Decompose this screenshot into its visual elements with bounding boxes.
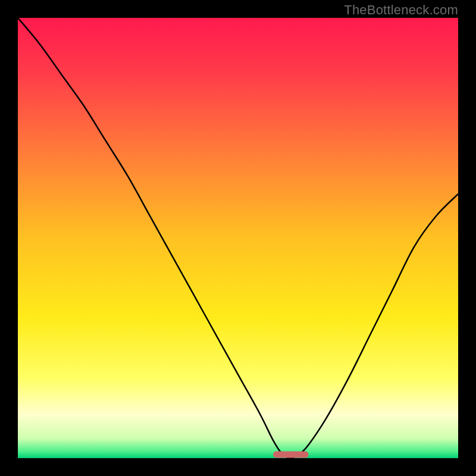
chart-frame: TheBottleneck.com	[0, 0, 476, 476]
gradient-background	[18, 18, 458, 458]
plot-svg	[18, 18, 458, 458]
plot-area	[18, 18, 458, 458]
optimum-marker	[273, 452, 308, 458]
watermark-label: TheBottleneck.com	[344, 2, 458, 18]
